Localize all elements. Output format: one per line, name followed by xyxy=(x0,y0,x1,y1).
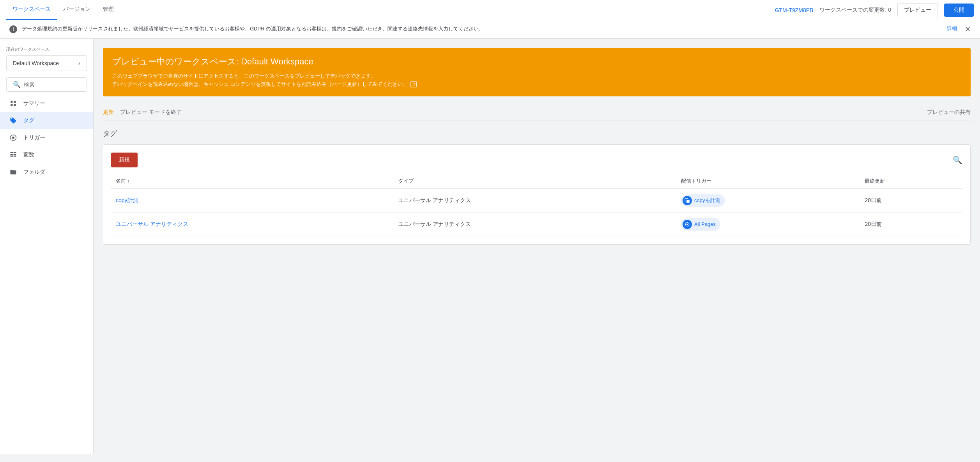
preview-banner-text: このウェブブラウザでご自身のサイトにアクセスすると、このワークスペースをプレビュ… xyxy=(112,72,961,89)
tags-table: 名前 ↑ タイプ 配信トリガー 最終更新 copy計測ユニバーサル アナリティク… xyxy=(111,174,962,236)
tag-last-updated: 20日前 xyxy=(860,212,962,236)
sidebar-nav: サマリー タグ トリガー 変数 xyxy=(0,95,93,181)
info-icon: i xyxy=(9,25,17,33)
svg-rect-3 xyxy=(14,104,16,106)
sidebar: 現在のワークスペース Default Workspace › 🔍 サマリー タグ xyxy=(0,39,94,454)
svg-rect-9 xyxy=(14,152,16,153)
tag-type: ユニバーサル アナリティクス xyxy=(394,212,676,236)
share-preview-button[interactable]: プレビューの共有 xyxy=(927,109,971,116)
tag-trigger: copyを計測 xyxy=(676,188,860,212)
help-icon[interactable]: ? xyxy=(410,81,417,87)
tags-section-title: タグ xyxy=(103,129,971,138)
trigger-label: All Pages xyxy=(694,221,716,227)
sort-arrow-icon: ↑ xyxy=(127,179,130,183)
trigger-badge[interactable]: copyを計測 xyxy=(681,194,725,207)
col-last-updated: 最終更新 xyxy=(860,174,962,189)
workspace-label: 現在のワークスペース xyxy=(0,46,93,55)
sidebar-item-summary[interactable]: サマリー xyxy=(0,95,93,112)
svg-point-14 xyxy=(686,224,688,225)
nav-tabs: ワークスペース バージョン 管理 xyxy=(6,0,120,20)
preview-banner-title: プレビュー中のワークスペース: Default Workspace xyxy=(112,56,961,68)
variables-icon xyxy=(9,151,17,159)
new-tag-button[interactable]: 新規 xyxy=(111,153,138,167)
publish-button[interactable]: 公開 xyxy=(944,4,974,17)
content-area: プレビュー中のワークスペース: Default Workspace このウェブブ… xyxy=(94,39,980,454)
info-banner: i データ処理規約の更新版がリリースされました。欧州経済領域でサービスを提供して… xyxy=(0,20,980,39)
gtm-id: GTM-T9ZM8PB xyxy=(775,7,814,13)
tab-workspace[interactable]: ワークスペース xyxy=(6,0,57,20)
nav-right: GTM-T9ZM8PB ワークスペースでの変更数: 0 プレビュー 公開 xyxy=(775,3,974,17)
workspace-name: Default Workspace xyxy=(13,60,59,66)
svg-rect-7 xyxy=(11,154,13,155)
workspace-changes: ワークスペースでの変更数: 0 xyxy=(819,7,891,14)
trigger-type-icon xyxy=(683,196,692,205)
chevron-right-icon: › xyxy=(78,60,80,67)
table-toolbar: 新規 🔍 xyxy=(111,153,962,167)
tab-admin[interactable]: 管理 xyxy=(97,0,120,20)
sidebar-label-variables: 変数 xyxy=(23,151,34,158)
tag-name-link[interactable]: copy計測 xyxy=(116,197,138,203)
top-nav: ワークスペース バージョン 管理 GTM-T9ZM8PB ワークスペースでの変更… xyxy=(0,0,980,20)
sidebar-label-triggers: トリガー xyxy=(23,134,45,141)
sidebar-item-triggers[interactable]: トリガー xyxy=(0,129,93,146)
search-icon: 🔍 xyxy=(13,81,21,88)
main-layout: 現在のワークスペース Default Workspace › 🔍 サマリー タグ xyxy=(0,39,980,454)
table-search-icon[interactable]: 🔍 xyxy=(953,155,962,165)
sidebar-search-box[interactable]: 🔍 xyxy=(6,77,87,92)
svg-rect-1 xyxy=(14,101,16,103)
tab-version[interactable]: バージョン xyxy=(57,0,97,20)
svg-rect-12 xyxy=(686,200,690,203)
svg-rect-8 xyxy=(11,156,13,157)
sidebar-item-folders[interactable]: フォルダ xyxy=(0,163,93,181)
svg-rect-0 xyxy=(11,101,12,103)
svg-rect-2 xyxy=(11,104,12,106)
tag-name-link[interactable]: ユニバーサル アナリティクス xyxy=(116,221,188,227)
sidebar-item-variables[interactable]: 変数 xyxy=(0,146,93,163)
svg-point-5 xyxy=(12,137,14,139)
trigger-type-icon xyxy=(683,220,692,229)
table-row: ユニバーサル アナリティクスユニバーサル アナリティクス All Pages 2… xyxy=(111,212,962,236)
sidebar-item-tags[interactable]: タグ xyxy=(0,112,93,129)
tag-type: ユニバーサル アナリティクス xyxy=(394,188,676,212)
search-input[interactable] xyxy=(24,82,80,88)
close-icon[interactable]: ✕ xyxy=(965,25,971,34)
preview-actions-bar: 更新 プレビュー モードを終了 プレビューの共有 xyxy=(103,104,971,121)
preview-button[interactable]: プレビュー xyxy=(897,3,938,17)
folder-icon xyxy=(9,168,17,176)
preview-banner: プレビュー中のワークスペース: Default Workspace このウェブブ… xyxy=(103,48,971,96)
file-icon xyxy=(9,100,17,107)
tags-table-container: 新規 🔍 名前 ↑ タイプ 配信トリガー 最終更新 cop xyxy=(103,144,971,245)
sidebar-label-tags: タグ xyxy=(23,117,34,124)
workspace-selector[interactable]: Default Workspace › xyxy=(6,55,87,71)
update-button[interactable]: 更新 xyxy=(103,109,114,116)
svg-rect-10 xyxy=(14,154,16,155)
tag-last-updated: 20日前 xyxy=(860,188,962,212)
tag-trigger: All Pages xyxy=(676,212,860,236)
svg-rect-6 xyxy=(11,152,13,153)
exit-preview-button[interactable]: プレビュー モードを終了 xyxy=(120,109,182,116)
sidebar-label-summary: サマリー xyxy=(23,100,45,107)
trigger-badge[interactable]: All Pages xyxy=(681,218,720,231)
info-banner-text: データ処理規約の更新版がリリースされました。欧州経済領域でサービスを提供している… xyxy=(22,25,939,33)
trigger-icon xyxy=(9,134,17,142)
svg-rect-11 xyxy=(14,156,16,157)
sidebar-label-folders: フォルダ xyxy=(23,169,45,176)
trigger-label: copyを計測 xyxy=(694,197,720,204)
col-trigger: 配信トリガー xyxy=(676,174,860,189)
tag-icon xyxy=(9,117,17,124)
table-row: copy計測ユニバーサル アナリティクス copyを計測 20日前 xyxy=(111,188,962,212)
col-name: 名前 ↑ xyxy=(111,174,394,189)
col-type: タイプ xyxy=(394,174,676,189)
info-detail-link[interactable]: 詳細 xyxy=(947,25,957,32)
